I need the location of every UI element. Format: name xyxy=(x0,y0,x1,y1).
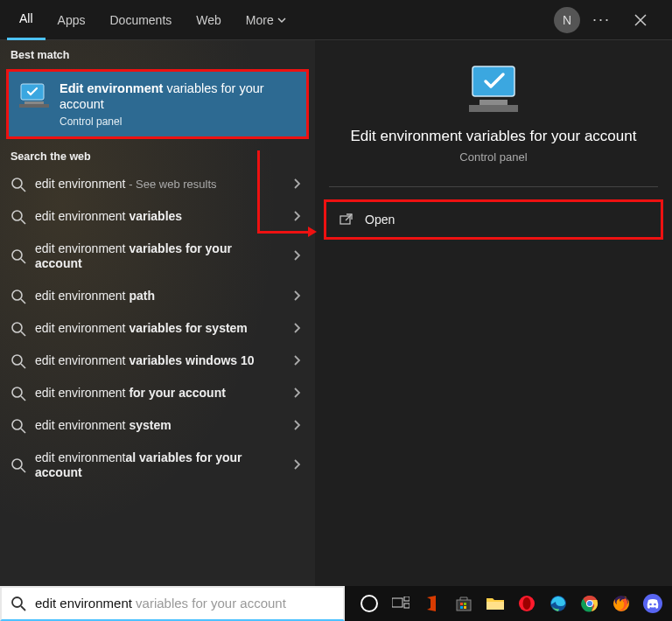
svg-line-10 xyxy=(21,299,25,304)
svg-point-11 xyxy=(12,323,22,332)
chevron-right-icon[interactable] xyxy=(289,419,304,433)
web-result-item[interactable]: edit environment variables xyxy=(0,200,315,233)
tab-all[interactable]: All xyxy=(7,0,46,40)
chevron-right-icon[interactable] xyxy=(289,290,304,304)
svg-line-26 xyxy=(21,606,25,611)
chevron-right-icon[interactable] xyxy=(289,354,304,368)
more-options-button[interactable]: ··· xyxy=(585,10,618,29)
svg-point-3 xyxy=(12,178,22,188)
open-action[interactable]: Open xyxy=(324,199,663,240)
search-icon xyxy=(10,177,26,192)
web-result-item[interactable]: edit environment variables for your acco… xyxy=(0,233,315,280)
chevron-right-icon[interactable] xyxy=(289,178,304,192)
web-result-text: edit environmental variables for your ac… xyxy=(35,450,280,481)
chevron-right-icon[interactable] xyxy=(289,249,304,263)
web-result-item[interactable]: edit environment system xyxy=(0,409,315,442)
svg-line-20 xyxy=(21,468,25,472)
file-explorer-icon[interactable] xyxy=(483,591,508,616)
chevron-right-icon[interactable] xyxy=(289,387,304,401)
preview-subtitle: Control panel xyxy=(332,150,654,164)
user-avatar[interactable]: N xyxy=(554,7,580,33)
microsoft-store-icon[interactable] xyxy=(452,591,476,616)
chrome-icon[interactable] xyxy=(578,591,602,616)
task-view-icon[interactable] xyxy=(388,591,413,616)
svg-rect-34 xyxy=(464,606,466,609)
web-result-text: edit environment system xyxy=(35,418,280,434)
section-best-match: Best match xyxy=(0,40,315,66)
chevron-right-icon[interactable] xyxy=(289,210,304,224)
web-result-text: edit environment variables windows 10 xyxy=(35,353,280,369)
web-result-item[interactable]: edit environment for your account xyxy=(0,377,315,409)
svg-rect-32 xyxy=(464,603,466,605)
svg-line-12 xyxy=(21,331,25,336)
tab-apps[interactable]: Apps xyxy=(46,0,98,40)
tab-web[interactable]: Web xyxy=(184,0,234,40)
tab-more[interactable]: More xyxy=(234,0,298,40)
chevron-down-icon xyxy=(277,13,286,27)
svg-line-8 xyxy=(21,259,25,263)
chevron-right-icon[interactable] xyxy=(289,322,304,336)
svg-rect-28 xyxy=(404,597,410,601)
web-result-item[interactable]: edit environmental variables for your ac… xyxy=(0,442,315,489)
svg-point-25 xyxy=(12,597,22,607)
svg-point-17 xyxy=(12,420,22,429)
svg-rect-21 xyxy=(472,66,514,96)
svg-point-19 xyxy=(12,459,22,469)
taskbar: edit environment variables for your acco… xyxy=(0,586,672,621)
web-result-item[interactable]: edit environment path xyxy=(0,280,315,312)
web-result-text: edit environment variables for system xyxy=(35,321,280,337)
cortana-icon[interactable] xyxy=(357,591,382,616)
close-button[interactable] xyxy=(623,3,658,38)
chevron-right-icon[interactable] xyxy=(289,458,304,472)
svg-rect-29 xyxy=(404,604,410,608)
search-icon xyxy=(10,209,26,225)
svg-point-9 xyxy=(12,290,22,300)
search-input[interactable]: edit environment variables for your acco… xyxy=(0,586,345,621)
svg-rect-22 xyxy=(480,100,508,105)
best-match-subtitle: Control panel xyxy=(60,115,298,128)
results-column: Best match Edit environment variables fo… xyxy=(0,40,315,586)
discord-icon[interactable] xyxy=(640,591,665,616)
search-icon xyxy=(10,321,26,337)
filter-tabs: All Apps Documents Web More N ··· xyxy=(0,0,672,40)
web-result-text: edit environment variables xyxy=(35,209,280,225)
opera-icon[interactable] xyxy=(514,591,539,616)
control-panel-large-icon xyxy=(462,63,525,115)
svg-point-41 xyxy=(587,601,592,606)
svg-point-13 xyxy=(12,355,22,365)
svg-point-15 xyxy=(12,387,22,397)
svg-rect-33 xyxy=(460,606,463,609)
control-panel-icon xyxy=(19,80,49,110)
best-match-title: Edit environment variables for your acco… xyxy=(60,80,298,112)
search-icon xyxy=(10,596,26,611)
tab-documents[interactable]: Documents xyxy=(97,0,184,40)
web-result-item[interactable]: edit environment variables windows 10 xyxy=(0,345,315,377)
svg-line-4 xyxy=(21,187,25,192)
search-icon xyxy=(10,289,26,304)
svg-rect-31 xyxy=(460,603,463,605)
web-result-text: edit environment path xyxy=(35,289,280,304)
search-icon xyxy=(10,386,26,401)
search-icon xyxy=(10,353,26,369)
web-result-text: edit environment for your account xyxy=(35,386,280,401)
web-results-list: edit environment - See web resultsedit e… xyxy=(0,168,315,489)
search-icon xyxy=(10,248,26,264)
open-icon xyxy=(339,212,354,227)
web-result-text: edit environment - See web results xyxy=(35,177,280,192)
svg-point-44 xyxy=(649,604,652,606)
search-icon xyxy=(10,457,26,473)
edge-icon[interactable] xyxy=(546,591,570,616)
open-label: Open xyxy=(365,213,395,227)
web-result-item[interactable]: edit environment variables for system xyxy=(0,312,315,345)
svg-rect-2 xyxy=(19,104,49,108)
svg-line-16 xyxy=(21,396,25,401)
web-result-item[interactable]: edit environment - See web results xyxy=(0,168,315,200)
best-match-result[interactable]: Edit environment variables for your acco… xyxy=(6,69,309,139)
svg-point-7 xyxy=(12,250,22,260)
office-icon[interactable] xyxy=(420,591,444,616)
search-typed-text: edit environment variables for your acco… xyxy=(35,596,286,611)
svg-line-14 xyxy=(21,364,25,368)
firefox-icon[interactable] xyxy=(609,591,634,616)
svg-rect-27 xyxy=(392,598,402,607)
svg-point-37 xyxy=(523,597,531,610)
